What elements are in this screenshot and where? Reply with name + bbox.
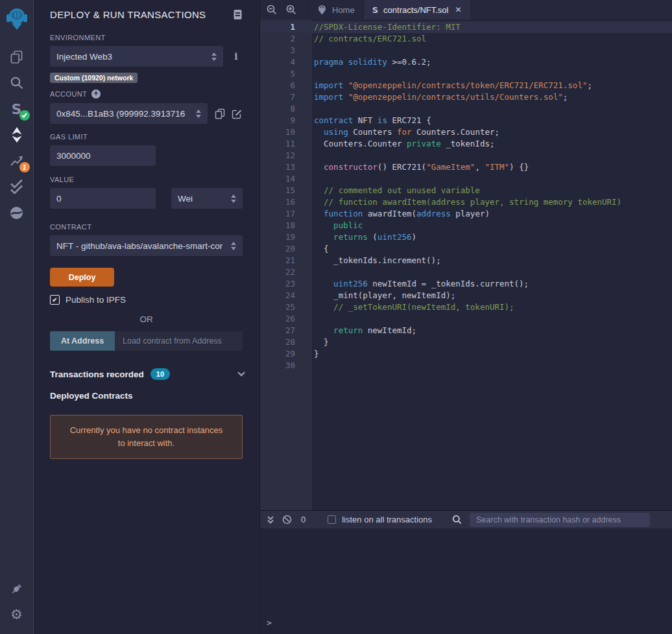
contract-select[interactable]: NFT - github/ava-labs/avalanche-smart-co… xyxy=(50,235,243,256)
line-number[interactable]: 23 xyxy=(260,278,312,290)
sign-message-icon[interactable] xyxy=(232,108,243,119)
code-line[interactable]: 29} xyxy=(260,348,672,360)
code-line[interactable]: 11 Counters.Counter private _tokenIds; xyxy=(260,138,672,150)
code-line[interactable]: 21 _tokenIds.increment(); xyxy=(260,255,672,266)
code-line[interactable]: 17 function awardItem(address player) xyxy=(260,208,672,220)
line-number[interactable]: 6 xyxy=(260,80,312,91)
code-line[interactable]: 15 // commented out unused variable xyxy=(260,185,672,196)
code-line[interactable]: 24 _mint(player, newItemId); xyxy=(260,290,672,301)
line-number[interactable]: 25 xyxy=(260,301,312,313)
line-number[interactable]: 10 xyxy=(260,126,312,138)
value-label: VALUE xyxy=(50,176,243,183)
settings-icon[interactable]: ⚙ xyxy=(0,602,34,628)
line-number[interactable]: 22 xyxy=(260,266,312,278)
code-line[interactable]: 28 } xyxy=(260,336,672,348)
copy-account-icon[interactable] xyxy=(215,108,225,119)
deploy-run-icon[interactable] xyxy=(0,122,34,148)
publish-to-ipfs-checkbox[interactable] xyxy=(50,295,60,305)
code-line[interactable]: 5 xyxy=(260,68,672,80)
line-number[interactable]: 14 xyxy=(260,173,312,185)
line-number[interactable]: 30 xyxy=(260,360,312,371)
code-line[interactable]: 7import "@openzeppelin/contracts/utils/C… xyxy=(260,91,672,103)
code-line[interactable]: 10 using Counters for Counters.Counter; xyxy=(260,126,672,138)
line-number[interactable]: 9 xyxy=(260,115,312,126)
code-line[interactable]: 25 // _setTokenURI(newItemId, tokenURI); xyxy=(260,301,672,313)
code-line[interactable]: 6import "@openzeppelin/contracts/token/E… xyxy=(260,80,672,91)
code-line[interactable]: 14 xyxy=(260,173,672,185)
search-icon[interactable] xyxy=(0,70,34,96)
line-number[interactable]: 4 xyxy=(260,56,312,68)
code-editor[interactable]: 1//SPDX-License-Identifier: MIT2// contr… xyxy=(260,19,672,510)
at-address-input[interactable] xyxy=(115,331,243,351)
deploy-button[interactable]: Deploy xyxy=(50,268,114,287)
code-line[interactable]: 30 xyxy=(260,360,672,371)
line-number[interactable]: 13 xyxy=(260,161,312,173)
terminal-search-input[interactable] xyxy=(470,513,650,527)
chevron-down-icon[interactable] xyxy=(237,369,245,376)
line-number[interactable]: 8 xyxy=(260,103,312,115)
remix-logo[interactable] xyxy=(0,1,34,35)
code-line[interactable]: 19 returns (uint256) xyxy=(260,231,672,243)
code-line[interactable]: 9contract NFT is ERC721 { xyxy=(260,115,672,126)
code-line[interactable]: 26 xyxy=(260,313,672,325)
line-number[interactable]: 16 xyxy=(260,196,312,208)
zoom-in-icon[interactable] xyxy=(280,0,303,19)
code-line[interactable]: 3 xyxy=(260,45,672,56)
line-number[interactable]: 21 xyxy=(260,255,312,266)
code-line[interactable]: 20 { xyxy=(260,243,672,255)
line-number[interactable]: 7 xyxy=(260,91,312,103)
code-line[interactable]: 18 public xyxy=(260,220,672,231)
code-line[interactable]: 13 constructor() ERC721("GameItem", "ITM… xyxy=(260,161,672,173)
line-number[interactable]: 2 xyxy=(260,33,312,45)
code-line[interactable]: 1//SPDX-License-Identifier: MIT xyxy=(260,21,672,33)
code-line[interactable]: 12 xyxy=(260,150,672,161)
code-line[interactable]: 23 uint256 newItemId = _tokenIds.current… xyxy=(260,278,672,290)
code-line[interactable]: 8 xyxy=(260,103,672,115)
analytics-icon[interactable]: 1 xyxy=(0,148,34,174)
line-number[interactable]: 1 xyxy=(260,21,312,33)
line-number[interactable]: 26 xyxy=(260,313,312,325)
gas-limit-input[interactable] xyxy=(50,145,156,166)
account-select[interactable]: 0x845...B1aB3 (999992.3913716 xyxy=(50,103,208,124)
value-input[interactable] xyxy=(50,188,156,209)
line-number[interactable]: 29 xyxy=(260,348,312,360)
expand-terminal-icon[interactable] xyxy=(267,515,274,524)
debugger-icon[interactable] xyxy=(0,200,34,226)
line-number[interactable]: 20 xyxy=(260,243,312,255)
line-number[interactable]: 28 xyxy=(260,336,312,348)
code-line[interactable]: 27 return newItemId; xyxy=(260,325,672,336)
unit-testing-icon[interactable] xyxy=(0,174,34,200)
solidity-compiler-icon[interactable]: S xyxy=(0,96,34,122)
select-arrows-icon xyxy=(196,110,201,118)
line-number[interactable]: 12 xyxy=(260,150,312,161)
environment-select[interactable]: Injected Web3 xyxy=(50,46,223,67)
terminal-output[interactable]: > xyxy=(260,528,672,634)
line-number[interactable]: 17 xyxy=(260,208,312,220)
code-line[interactable]: 4pragma solidity >=0.6.2; xyxy=(260,56,672,68)
line-number[interactable]: 19 xyxy=(260,231,312,243)
line-number[interactable]: 3 xyxy=(260,45,312,56)
transactions-recorded-label: Transactions recorded xyxy=(50,370,144,379)
line-number[interactable]: 24 xyxy=(260,290,312,301)
code-line[interactable]: 22 xyxy=(260,266,672,278)
tab-home[interactable]: Home xyxy=(308,0,364,19)
line-number[interactable]: 27 xyxy=(260,325,312,336)
line-number[interactable]: 11 xyxy=(260,138,312,150)
code-line[interactable]: 2// contracts/ERC721.sol xyxy=(260,33,672,45)
transactions-recorded-row[interactable]: Transactions recorded 10 xyxy=(50,368,243,380)
listen-transactions-checkbox[interactable] xyxy=(328,515,336,524)
line-number[interactable]: 5 xyxy=(260,68,312,80)
line-number[interactable]: 18 xyxy=(260,220,312,231)
close-tab-icon[interactable]: ✕ xyxy=(455,5,461,14)
file-explorer-icon[interactable] xyxy=(0,44,34,70)
code-line[interactable]: 16 // function awardItem(address player,… xyxy=(260,196,672,208)
line-number[interactable]: 15 xyxy=(260,185,312,196)
at-address-button[interactable]: At Address xyxy=(50,331,115,351)
environment-info-icon[interactable]: i xyxy=(230,51,243,62)
plugin-manager-icon[interactable] xyxy=(0,576,34,602)
value-unit-select[interactable]: Wei xyxy=(171,188,243,209)
tab-contracts-nft-sol[interactable]: S contracts/NFT.sol ✕ xyxy=(364,0,471,19)
documentation-icon[interactable] xyxy=(233,9,243,20)
add-account-icon[interactable]: + xyxy=(91,89,101,99)
clear-console-icon[interactable] xyxy=(282,515,292,524)
